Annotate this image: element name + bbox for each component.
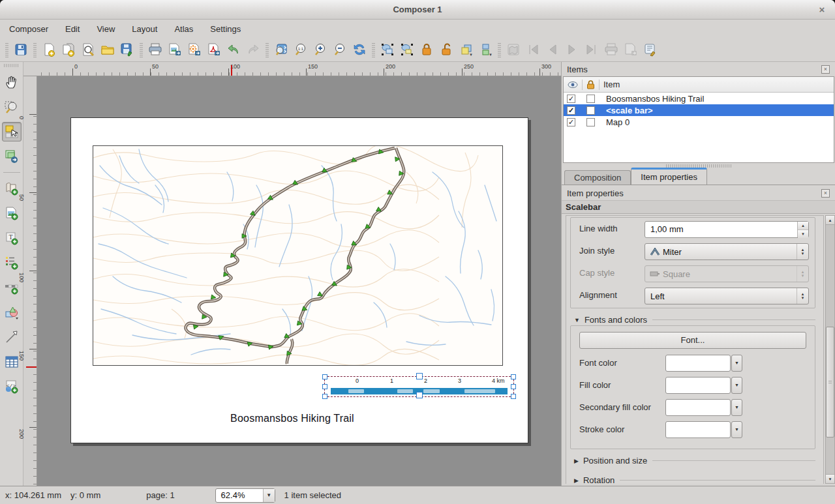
resize-handle-se[interactable] [511, 394, 516, 399]
duplicate-composition-button[interactable] [59, 40, 78, 59]
atlas-settings-button[interactable] [641, 40, 660, 59]
resize-handle-w[interactable] [322, 384, 327, 389]
lock-items-button[interactable] [417, 40, 436, 59]
raise-items-button[interactable]: ▾ [456, 40, 476, 59]
zoom-in-button[interactable] [311, 40, 330, 59]
secondary-fill-color-control[interactable]: ▼ [665, 399, 742, 416]
item-row-scalebar[interactable]: ✓ <scale bar> [564, 104, 834, 116]
atlas-prev-button[interactable] [543, 40, 562, 59]
refresh-button[interactable] [350, 40, 369, 59]
select-move-item-button[interactable] [2, 122, 22, 141]
label-item[interactable]: Boosmansbos Hiking Trail [71, 413, 513, 424]
join-style-combo[interactable]: Miter ▲▼ [645, 243, 809, 260]
save-as-button[interactable] [117, 40, 137, 59]
menu-atlas[interactable]: Atlas [174, 24, 193, 34]
lock-checkbox[interactable] [586, 118, 595, 126]
menu-settings[interactable]: Settings [210, 24, 241, 34]
new-composition-button[interactable] [39, 40, 59, 59]
properties-scrollbar[interactable]: ▲ ▼ [825, 215, 835, 484]
menu-layout[interactable]: Layout [132, 24, 157, 34]
fill-color-control[interactable]: ▼ [665, 377, 742, 394]
zoom-actual-button[interactable]: 1:1 [291, 40, 311, 59]
undo-button[interactable] [224, 40, 243, 59]
menu-edit[interactable]: Edit [65, 24, 80, 34]
resize-handle-e[interactable] [511, 384, 516, 389]
add-legend-button[interactable] [2, 253, 22, 273]
position-size-group-header[interactable]: ▶ Position and size [574, 456, 815, 466]
map-item[interactable] [93, 145, 503, 366]
composer-manager-button[interactable] [78, 40, 98, 59]
fill-color-well[interactable] [665, 377, 731, 394]
tab-composition[interactable]: Composition [564, 170, 631, 185]
atlas-next-button[interactable] [562, 40, 582, 59]
print-atlas-button[interactable] [601, 40, 621, 59]
add-html-button[interactable]: </> [2, 377, 22, 396]
fonts-colors-group-header[interactable]: ▼ Fonts and colors [574, 315, 815, 325]
ungroup-items-button[interactable] [397, 40, 417, 59]
item-row-map0[interactable]: ✓ Map 0 [564, 116, 834, 128]
font-color-dropdown-icon[interactable]: ▼ [731, 355, 742, 372]
move-item-content-button[interactable] [2, 147, 22, 166]
font-button[interactable]: Font... [579, 332, 806, 349]
export-svg-button[interactable] [185, 40, 204, 59]
open-button[interactable] [98, 40, 117, 59]
export-pdf-button[interactable] [204, 40, 224, 59]
cap-style-combo[interactable]: Square ▲▼ [645, 265, 809, 282]
add-arrow-button[interactable] [2, 327, 22, 347]
zoom-out-button[interactable] [330, 40, 350, 59]
lock-checkbox[interactable] [586, 106, 595, 115]
menu-view[interactable]: View [97, 24, 115, 34]
stroke-color-well[interactable] [665, 421, 731, 438]
tab-item-properties[interactable]: Item properties [631, 168, 707, 185]
group-items-button[interactable] [378, 40, 397, 59]
stroke-color-control[interactable]: ▼ [665, 421, 742, 438]
rotation-group-header[interactable]: ▶ Rotation [574, 475, 815, 484]
item-row-hiking-trail[interactable]: ✓ Boosmansbos Hiking Trail [564, 93, 834, 104]
zoom-level-combo[interactable]: 62.4% ▼ [215, 488, 275, 503]
secondary-fill-color-well[interactable] [665, 399, 731, 416]
add-image-button[interactable] [2, 203, 22, 223]
font-color-well[interactable] [665, 355, 731, 372]
line-width-spinbox[interactable]: 1,00 mm ▲▼ [645, 221, 809, 238]
pan-tool-button[interactable] [2, 72, 22, 92]
composition-page[interactable]: 0 1 2 3 4 km [70, 117, 528, 443]
add-label-button[interactable]: T [2, 228, 22, 248]
resize-handle-nw[interactable] [322, 374, 327, 379]
stroke-color-dropdown-icon[interactable]: ▼ [731, 421, 742, 438]
window-close-icon[interactable]: × [815, 3, 828, 16]
resize-handle-ne[interactable] [511, 374, 516, 379]
export-atlas-button[interactable] [621, 40, 641, 59]
resize-handle-s[interactable] [416, 392, 423, 398]
font-color-control[interactable]: ▼ [665, 355, 742, 372]
redo-button[interactable] [243, 40, 263, 59]
resize-handle-n[interactable] [416, 373, 423, 379]
zoom-full-button[interactable] [271, 40, 291, 59]
scalebar-item[interactable]: 0 1 2 3 4 km [325, 377, 513, 396]
atlas-preview-button[interactable] [504, 40, 523, 59]
line-width-spin-buttons[interactable]: ▲▼ [797, 222, 808, 237]
export-image-button[interactable] [165, 40, 185, 59]
alignment-combo[interactable]: Left ▲▼ [645, 288, 809, 304]
zoom-tool-button[interactable] [2, 97, 22, 117]
visibility-checkbox[interactable]: ✓ [567, 106, 575, 115]
save-button[interactable] [11, 40, 31, 59]
scrollbar-thumb[interactable] [826, 327, 834, 437]
item-properties-close-icon[interactable]: × [821, 189, 830, 198]
visibility-checkbox[interactable]: ✓ [567, 118, 575, 126]
atlas-first-button[interactable] [523, 40, 543, 59]
align-items-button[interactable]: ▾ [476, 40, 495, 59]
unlock-items-button[interactable] [436, 40, 456, 59]
menu-composer[interactable]: Composer [9, 24, 48, 34]
add-shape-button[interactable] [2, 303, 22, 322]
fill-color-dropdown-icon[interactable]: ▼ [731, 377, 742, 394]
lock-checkbox[interactable] [586, 95, 595, 103]
atlas-last-button[interactable] [582, 40, 601, 59]
visibility-checkbox[interactable]: ✓ [567, 95, 575, 103]
secondary-fill-color-dropdown-icon[interactable]: ▼ [731, 399, 742, 416]
composition-canvas[interactable]: 0 1 2 3 4 km [37, 76, 561, 486]
scroll-down-icon[interactable]: ▼ [826, 474, 834, 483]
resize-handle-sw[interactable] [322, 394, 327, 399]
items-panel-close-icon[interactable]: × [821, 65, 830, 74]
print-button[interactable] [145, 40, 165, 59]
scroll-up-icon[interactable]: ▲ [826, 216, 834, 225]
